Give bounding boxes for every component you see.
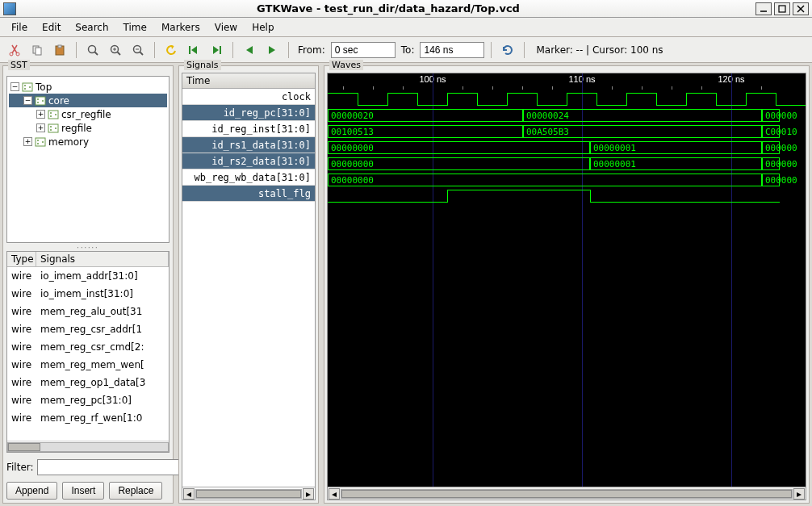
signal-row[interactable]: clock <box>182 89 315 105</box>
svg-line-13 <box>118 52 121 55</box>
zoom-out-button[interactable] <box>128 40 148 60</box>
menu-search[interactable]: Search <box>69 19 115 36</box>
col-header-signals[interactable]: Signals <box>36 252 169 266</box>
expand-icon[interactable]: − <box>23 96 32 105</box>
sst-signal-row[interactable]: wireio_imem_addr[31:0] <box>7 267 169 285</box>
signal-row[interactable]: id_rs2_data[31:0] <box>182 153 315 169</box>
insert-button[interactable]: Insert <box>62 482 104 500</box>
filter-label: Filter: <box>6 462 34 473</box>
svg-rect-20 <box>220 46 221 54</box>
signal-row[interactable]: stall_flg <box>182 186 315 202</box>
svg-rect-1 <box>779 6 785 12</box>
scroll-left-icon[interactable]: ◂ <box>329 488 340 500</box>
seek-end-button[interactable] <box>207 40 226 60</box>
undo-button[interactable] <box>161 40 181 60</box>
svg-point-22 <box>24 85 26 86</box>
scroll-left-icon[interactable]: ◂ <box>183 488 195 500</box>
menubar: FileEditSearchTimeMarkersViewHelp <box>0 18 812 37</box>
expand-icon[interactable]: + <box>36 123 45 132</box>
scroll-right-icon[interactable]: ▸ <box>793 488 805 500</box>
menu-edit[interactable]: Edit <box>36 19 67 36</box>
menu-markers[interactable]: Markers <box>155 19 207 36</box>
signal-list[interactable]: clockid_reg_pc[31:0]id_reg_inst[31:0]id_… <box>182 89 315 288</box>
prev-edge-button[interactable] <box>240 40 259 60</box>
window-title: GTKWave - test_run_dir/data_hazard/Top.v… <box>21 2 755 15</box>
zoom-in-button[interactable] <box>106 40 125 60</box>
menu-view[interactable]: View <box>208 19 244 36</box>
menu-time[interactable]: Time <box>117 19 153 36</box>
signals-hscroll[interactable]: ◂ ▸ <box>182 487 315 500</box>
svg-point-23 <box>24 88 26 90</box>
expand-icon[interactable]: + <box>23 137 32 146</box>
wave-row: 0000000000000001000000 <box>328 140 806 156</box>
filter-input[interactable] <box>37 459 180 475</box>
wave-row: 0010051300A505B3C00010 <box>328 123 806 140</box>
tree-node-memory[interactable]: +memory <box>9 135 167 148</box>
svg-rect-21 <box>23 83 32 91</box>
titlebar: GTKWave - test_run_dir/data_hazard/Top.v… <box>0 0 812 18</box>
append-button[interactable]: Append <box>6 482 57 500</box>
tree-node-core[interactable]: −core <box>9 94 167 107</box>
col-header-type[interactable]: Type <box>7 252 36 266</box>
sst-signal-row[interactable]: wiremem_reg_csr_addr[1 <box>7 320 169 338</box>
from-input[interactable] <box>331 42 396 58</box>
signal-row[interactable]: id_reg_inst[31:0] <box>182 121 315 137</box>
copy-button[interactable] <box>27 40 47 60</box>
wave-row: 0000002000000024000000 <box>328 107 806 123</box>
replace-button[interactable]: Replace <box>109 482 162 500</box>
menu-file[interactable]: File <box>5 19 34 36</box>
wave-row: 0000000000000001000000 <box>328 156 806 172</box>
close-button[interactable] <box>793 2 809 15</box>
wave-row <box>328 91 806 107</box>
sst-signal-row[interactable]: wiremem_reg_csr_cmd[2: <box>7 338 169 356</box>
svg-point-5 <box>16 52 19 56</box>
svg-point-40 <box>42 141 44 143</box>
to-input[interactable] <box>420 42 484 58</box>
svg-point-38 <box>37 140 39 141</box>
svg-point-31 <box>50 115 52 117</box>
next-edge-button[interactable] <box>262 40 282 60</box>
expand-icon[interactable]: + <box>36 110 45 119</box>
from-label: From: <box>298 44 325 56</box>
zoom-fit-button[interactable] <box>83 40 103 60</box>
svg-rect-25 <box>36 97 45 105</box>
svg-line-11 <box>95 52 98 55</box>
signal-row[interactable]: id_reg_pc[31:0] <box>182 105 315 121</box>
svg-point-32 <box>55 114 57 115</box>
svg-rect-7 <box>36 48 41 55</box>
sst-signal-row[interactable]: wireio_imem_inst[31:0] <box>7 285 169 303</box>
paste-button[interactable] <box>50 40 69 60</box>
splitter-horizontal[interactable]: ······ <box>3 245 173 249</box>
sst-signal-row[interactable]: wiremem_reg_alu_out[31 <box>7 303 169 320</box>
svg-point-24 <box>29 86 31 88</box>
tree-node-csr_regfile[interactable]: +csr_regfile <box>9 107 167 121</box>
svg-point-39 <box>37 143 39 144</box>
wave-row <box>328 188 806 204</box>
minimize-button[interactable] <box>755 2 772 15</box>
signal-row[interactable]: id_rs1_data[31:0] <box>182 137 315 153</box>
menu-help[interactable]: Help <box>245 19 280 36</box>
sst-signal-row[interactable]: wiremem_reg_rf_wen[1:0 <box>7 409 169 427</box>
toolbar: From: To: Marker: -- | Cursor: 100 ns <box>0 37 812 63</box>
sst-signal-table[interactable]: Type Signals wireio_imem_addr[31:0]wirei… <box>6 251 170 453</box>
svg-rect-37 <box>36 138 45 146</box>
svg-line-17 <box>140 52 144 55</box>
tree-node-regfile[interactable]: +regfile <box>9 121 167 135</box>
tree-node-top[interactable]: −Top <box>9 80 167 94</box>
svg-rect-33 <box>48 124 58 132</box>
scroll-right-icon[interactable]: ▸ <box>303 488 314 500</box>
sst-signal-row[interactable]: wiremem_reg_pc[31:0] <box>7 391 169 409</box>
waveform-canvas[interactable]: 100 ns110 ns120 ns0000002000000024000000… <box>328 73 806 487</box>
reload-button[interactable] <box>498 40 517 60</box>
sst-tree[interactable]: −Top−core+csr_regfile+regfile+memory <box>6 76 170 243</box>
signal-row[interactable]: wb_reg_wb_data[31:0] <box>182 169 315 186</box>
sst-signal-row[interactable]: wiremem_reg_mem_wen[ <box>7 356 169 374</box>
seek-start-button[interactable] <box>184 40 203 60</box>
expand-icon[interactable]: − <box>10 82 19 91</box>
cut-button[interactable] <box>5 40 24 60</box>
sst-hscroll[interactable] <box>7 441 169 452</box>
maximize-button[interactable] <box>774 2 790 15</box>
waves-hscroll[interactable]: ◂ ▸ <box>328 487 806 500</box>
svg-point-27 <box>37 102 39 103</box>
sst-signal-row[interactable]: wiremem_reg_op1_data[3 <box>7 374 169 391</box>
